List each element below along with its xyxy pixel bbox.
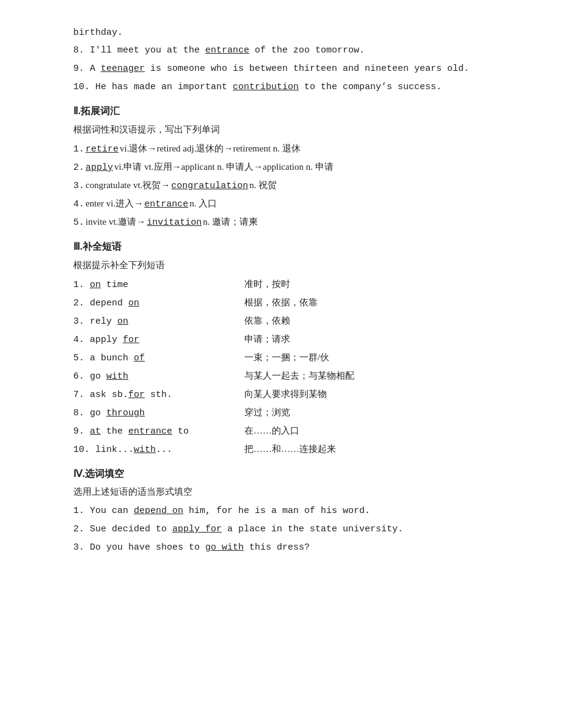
phrase-9: 9. at the entrance to 在……的入口 [73,423,489,440]
phrase-5: 5. a bunch of 一束；一捆；一群/伙 [73,349,489,366]
sentence-10: 10. He has made an important contributio… [73,79,489,95]
phrase-2: 2. depend on 根据，依据，依靠 [73,294,489,311]
section2-header: Ⅱ.拓展词汇 [73,103,489,120]
phrase-4: 4. apply for 申请；请求 [73,331,489,348]
phrase-1: 1. on time 准时，按时 [73,276,489,293]
birthday-line: birthday. [73,24,489,41]
section4-header: Ⅳ.选词填空 [73,465,489,483]
fill-sentence-3: 3. Do you have shoes to go with this dre… [73,539,489,556]
fill-sentence-1: 1. You can depend on him, for he is a ma… [73,503,489,519]
vocab-item-3: 3. congratulate vt.祝贺→congratulation n. … [73,177,489,194]
page-content: birthday. 8. I'll meet you at the entran… [73,24,489,556]
section2-subheader: 根据词性和汉语提示，写出下列单词 [73,122,489,138]
fill-sentence-2: 2. Sue decided to apply for a place in t… [73,521,489,537]
sentence-8: 8. I'll meet you at the entrance of the … [73,42,489,59]
section4-subheader: 选用上述短语的适当形式填空 [73,484,489,500]
vocab-item-5: 5. invite vt.邀请→invitation n. 邀请；请柬 [73,214,489,231]
vocab-item-4: 4. enter vi.进入→entrance n. 入口 [73,195,489,213]
section3-header: Ⅲ.补全短语 [73,238,489,256]
phrase-7: 7. ask sb.for sth. 向某人要求得到某物 [73,386,489,403]
phrase-10: 10. link...with... 把……和……连接起来 [73,441,489,458]
sentence-9: 9. A teenager is someone who is between … [73,60,489,77]
phrase-6: 6. go with 与某人一起去；与某物相配 [73,368,489,385]
vocab-item-1: 1. retire vi.退休→retired adj.退休的→retireme… [73,140,489,158]
vocab-item-2: 2. apply vi.申请 vt.应用→applicant n. 申请人→ap… [73,159,489,176]
phrase-8: 8. go through 穿过；浏览 [73,404,489,421]
birthday-text: birthday. [73,24,123,41]
section3-subheader: 根据提示补全下列短语 [73,257,489,274]
phrase-3: 3. rely on 依靠，依赖 [73,313,489,330]
